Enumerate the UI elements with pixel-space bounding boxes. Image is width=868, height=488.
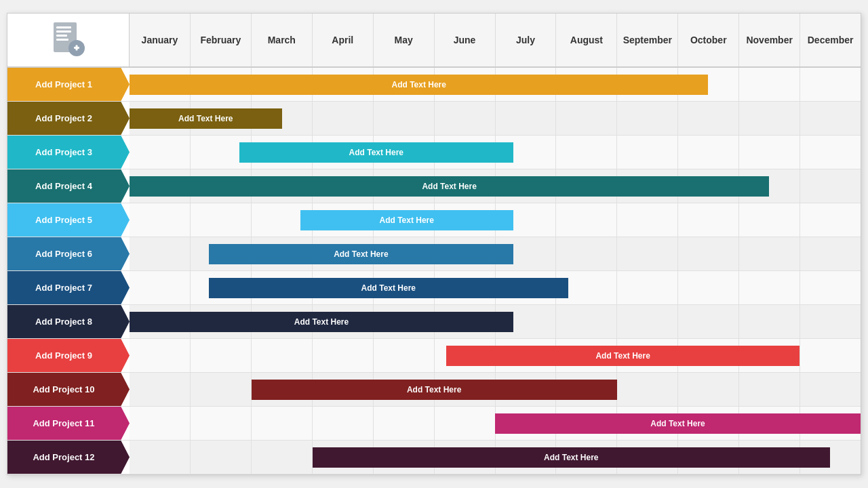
grid-col — [191, 339, 252, 372]
grid-col — [556, 136, 617, 169]
grid-col — [191, 407, 252, 440]
grid-col — [617, 305, 678, 338]
gantt-bar-4[interactable]: Add Text Here — [130, 176, 769, 197]
grid-col — [252, 441, 313, 474]
grid-col — [313, 102, 374, 135]
month-cell-november: November — [739, 14, 800, 66]
gantt-bar-11[interactable]: Add Text Here — [495, 413, 861, 434]
project-label-6[interactable]: Add Project 6 — [7, 237, 130, 270]
month-cell-june: June — [435, 14, 496, 66]
svg-rect-2 — [56, 30, 71, 33]
gantt-grid-2: Add Text Here — [130, 102, 861, 135]
grid-col — [800, 237, 861, 270]
grid-col — [130, 237, 191, 270]
grid-col — [617, 373, 678, 406]
gantt-bar-8[interactable]: Add Text Here — [130, 312, 513, 332]
grid-col — [739, 136, 800, 169]
app-logo-icon — [48, 20, 89, 60]
gantt-grid-6: Add Text Here — [130, 237, 861, 270]
gantt-bar-1[interactable]: Add Text Here — [130, 75, 708, 95]
grid-col — [435, 407, 496, 440]
month-cell-december: December — [800, 14, 861, 66]
project-label-12[interactable]: Add Project 12 — [7, 441, 130, 474]
gantt-header: JanuaryFebruaryMarchAprilMayJuneJulyAugu… — [7, 14, 861, 68]
grid-col — [313, 407, 374, 440]
month-cell-august: August — [556, 14, 617, 66]
grid-col — [313, 339, 374, 372]
grid-col — [739, 102, 800, 135]
grid-col — [556, 203, 617, 237]
grid-col — [556, 102, 617, 135]
grid-col — [800, 102, 861, 135]
gantt-grid-12: Add Text Here — [130, 441, 861, 474]
grid-col — [191, 373, 252, 406]
project-label-8[interactable]: Add Project 8 — [7, 305, 130, 338]
project-label-2[interactable]: Add Project 2 — [7, 102, 130, 135]
gantt-row: Add Project 2Add Text Here — [7, 102, 861, 136]
grid-col — [617, 271, 678, 304]
grid-col — [496, 102, 557, 135]
month-cell-may: May — [374, 14, 435, 66]
project-label-4[interactable]: Add Project 4 — [7, 169, 130, 203]
gantt-row: Add Project 10Add Text Here — [7, 373, 861, 407]
project-label-10[interactable]: Add Project 10 — [7, 373, 130, 406]
grid-col — [739, 305, 800, 338]
grid-col — [191, 441, 252, 474]
project-label-7[interactable]: Add Project 7 — [7, 271, 130, 304]
grid-col — [678, 136, 739, 169]
gantt-bar-12[interactable]: Add Text Here — [313, 447, 831, 468]
project-label-9[interactable]: Add Project 9 — [7, 339, 130, 372]
gantt-grid-7: Add Text Here — [130, 271, 861, 304]
grid-col — [678, 271, 739, 304]
month-cell-july: July — [496, 14, 557, 66]
gantt-body: Add Project 1Add Text HereAdd Project 2A… — [7, 68, 861, 474]
gantt-bar-7[interactable]: Add Text Here — [209, 278, 568, 298]
gantt-grid-1: Add Text Here — [130, 68, 861, 101]
grid-col — [130, 136, 191, 169]
grid-col — [800, 169, 861, 203]
gantt-bar-6[interactable]: Add Text Here — [209, 244, 513, 264]
gantt-bar-5[interactable]: Add Text Here — [300, 210, 513, 230]
project-label-3[interactable]: Add Project 3 — [7, 136, 130, 169]
gantt-bar-2[interactable]: Add Text Here — [130, 108, 282, 129]
svg-rect-3 — [56, 35, 67, 37]
month-cell-october: October — [678, 14, 739, 66]
logo-cell — [7, 14, 130, 68]
months-row: JanuaryFebruaryMarchAprilMayJuneJulyAugu… — [130, 14, 861, 68]
svg-rect-7 — [75, 45, 77, 51]
gantt-row: Add Project 8Add Text Here — [7, 305, 861, 339]
project-label-5[interactable]: Add Project 5 — [7, 203, 130, 237]
grid-col — [556, 305, 617, 338]
grid-col — [800, 305, 861, 338]
gantt-row: Add Project 9Add Text Here — [7, 339, 861, 373]
gantt-row: Add Project 11Add Text Here — [7, 407, 861, 441]
grid-col — [739, 68, 800, 101]
project-label-11[interactable]: Add Project 11 — [7, 407, 130, 440]
gantt-row: Add Project 6Add Text Here — [7, 237, 861, 271]
grid-col — [800, 136, 861, 169]
grid-col — [617, 237, 678, 270]
gantt-row: Add Project 12Add Text Here — [7, 441, 861, 474]
gantt-bar-10[interactable]: Add Text Here — [252, 380, 617, 400]
grid-col — [739, 203, 800, 237]
gantt-row: Add Project 7Add Text Here — [7, 271, 861, 305]
gantt-bar-3[interactable]: Add Text Here — [239, 142, 513, 163]
grid-col — [800, 271, 861, 304]
grid-col — [191, 203, 252, 237]
gantt-grid-10: Add Text Here — [130, 373, 861, 406]
svg-rect-1 — [56, 26, 71, 28]
gantt-row: Add Project 1Add Text Here — [7, 68, 861, 102]
gantt-grid-5: Add Text Here — [130, 203, 861, 237]
grid-col — [374, 407, 435, 440]
grid-col — [617, 136, 678, 169]
gantt-bar-9[interactable]: Add Text Here — [446, 346, 800, 366]
month-cell-january: January — [130, 14, 191, 66]
project-label-1[interactable]: Add Project 1 — [7, 68, 130, 101]
gantt-row: Add Project 5Add Text Here — [7, 203, 861, 237]
grid-col — [130, 373, 191, 406]
grid-col — [617, 203, 678, 237]
grid-col — [800, 203, 861, 237]
grid-col — [374, 102, 435, 135]
month-cell-february: February — [191, 14, 252, 66]
gantt-grid-4: Add Text Here — [130, 169, 861, 203]
